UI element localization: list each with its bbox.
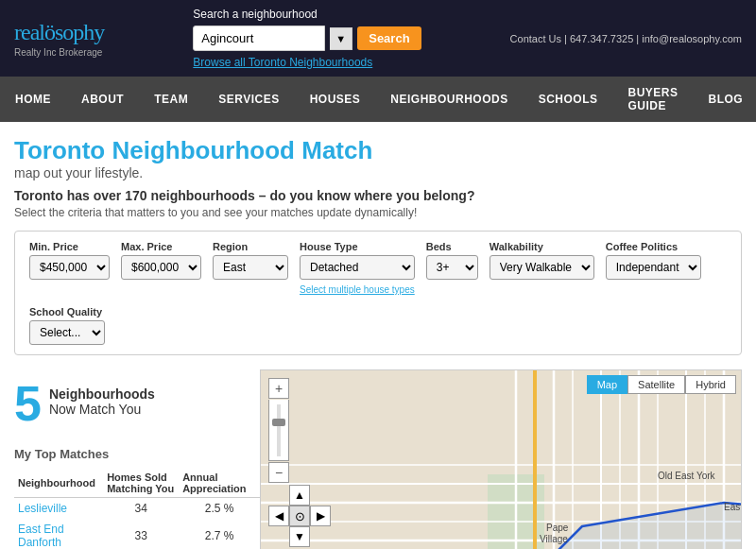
min-price-filter: Min. Price $450,000 <box>29 241 110 280</box>
region-label: Region <box>213 241 288 252</box>
pan-control: ▲ ◀ ⊙ ▶ ▼ <box>268 485 331 547</box>
zoom-thumb[interactable] <box>272 419 285 426</box>
content-area: 5 Neighbourhoods Now Match You My Top Ma… <box>14 369 742 549</box>
coffee-select[interactable]: Independant <box>606 255 701 280</box>
browse-link[interactable]: Browse all Toronto Neighbourhoods <box>193 56 372 69</box>
search-label: Search a neighbourhood <box>193 8 317 21</box>
matches-table: Neighbourhood Homes Sold Matching You An… <box>14 469 260 549</box>
nav-about[interactable]: ABOUT <box>66 83 139 115</box>
walkability-select[interactable]: Very Walkable <box>490 255 594 280</box>
filters-bar: Min. Price $450,000 Max. Price $600,000 … <box>14 231 742 355</box>
match-homes: 33 <box>103 519 179 549</box>
map-background[interactable]: 2 2 Pape Village Old East York East Danf… <box>261 370 741 549</box>
select-multiple-link[interactable]: Select multiple house types <box>300 284 415 295</box>
match-homes: 34 <box>103 498 179 520</box>
beds-select[interactable]: 3+ <box>426 255 478 280</box>
zoom-in-button[interactable]: + <box>268 378 289 399</box>
coffee-filter: Coffee Politics Independant <box>606 241 701 280</box>
left-panel: 5 Neighbourhoods Now Match You My Top Ma… <box>14 369 260 549</box>
max-price-label: Max. Price <box>121 241 201 252</box>
zoom-out-button[interactable]: − <box>268 462 289 483</box>
match-count-row: 5 Neighbourhoods Now Match You <box>14 379 260 428</box>
logo-main: real <box>14 20 44 44</box>
search-button[interactable]: Search <box>357 26 421 50</box>
map-type-map-button[interactable]: Map <box>587 375 627 394</box>
match-text-1: Neighbourhoods <box>49 386 155 402</box>
main-content: Toronto Neighbourhood Match map out your… <box>0 122 756 549</box>
nav-blog[interactable]: BLOG <box>694 83 756 115</box>
pan-up-button[interactable]: ▲ <box>289 485 310 506</box>
region-select[interactable]: East <box>213 255 288 280</box>
match-appreciation: 2.5 % <box>179 498 260 520</box>
nav-team[interactable]: TEAM <box>139 83 203 115</box>
match-text-2: Now Match You <box>49 402 155 417</box>
house-type-select[interactable]: Detached <box>300 255 415 280</box>
coffee-label: Coffee Politics <box>606 241 701 252</box>
max-price-filter: Max. Price $600,000 <box>121 241 201 280</box>
walkability-label: Walkability <box>490 241 594 252</box>
beds-filter: Beds 3+ <box>426 241 478 280</box>
search-row: ▼ Search <box>193 26 421 51</box>
col-appreciation: Annual Appreciation <box>179 469 260 498</box>
min-price-select[interactable]: $450,000 <box>29 255 110 280</box>
house-type-filter: House Type Detached Select multiple hous… <box>300 241 415 295</box>
nav-neighbourhoods[interactable]: NEIGHBOURHOODS <box>375 83 523 115</box>
match-number: 5 <box>14 379 42 428</box>
nav-services[interactable]: SERVICES <box>203 83 294 115</box>
contact-info: Contact Us | 647.347.7325 | info@realoso… <box>510 33 742 44</box>
pan-center: ⊙ <box>289 506 310 526</box>
map-type-satellite-button[interactable]: Satellite <box>627 375 685 394</box>
min-price-label: Min. Price <box>29 241 110 252</box>
match-count-box: 5 Neighbourhoods Now Match You <box>14 369 260 442</box>
svg-text:Village: Village <box>540 534 568 544</box>
nav: HOME ABOUT TEAM SERVICES HOUSES NEIGHBOU… <box>0 77 756 122</box>
beds-label: Beds <box>426 241 478 252</box>
col-homes: Homes Sold Matching You <box>103 469 179 498</box>
logo-rest: sophy <box>55 20 104 44</box>
logo-subtitle: Realty Inc Brokerage <box>14 47 104 58</box>
search-dropdown-btn[interactable]: ▼ <box>330 27 352 50</box>
max-price-select[interactable]: $600,000 <box>121 255 201 280</box>
school-label: School Quality <box>29 306 105 317</box>
school-select[interactable]: Select... <box>29 320 105 345</box>
logo-area: realösophy Realty Inc Brokerage <box>14 20 104 58</box>
svg-text:Old East York: Old East York <box>658 471 716 481</box>
logo-circle: ö <box>44 20 55 44</box>
table-row: East End Danforth 33 2.7 % <box>14 519 260 549</box>
match-name[interactable]: Leslieville <box>14 498 103 520</box>
matches-table-body: Leslieville 34 2.5 % East End Danforth 3… <box>14 498 260 550</box>
match-name[interactable]: East End Danforth <box>14 519 103 549</box>
svg-text:East Danforth: East Danforth <box>724 502 741 512</box>
map-type-buttons: Map Satellite Hybrid <box>587 375 736 394</box>
page-description-2: Select the criteria that matters to you … <box>14 206 742 219</box>
pan-down-button[interactable]: ▼ <box>289 526 310 547</box>
match-appreciation: 2.7 % <box>179 519 260 549</box>
pan-left-button[interactable]: ◀ <box>268 506 289 526</box>
page-description-1: Toronto has over 170 neighbourhoods – do… <box>14 188 742 203</box>
table-row: Leslieville 34 2.5 % <box>14 498 260 520</box>
search-area: Search a neighbourhood ▼ Search Browse a… <box>193 8 421 69</box>
zoom-slider[interactable] <box>268 400 289 461</box>
svg-text:Pape: Pape <box>546 523 569 533</box>
map-type-hybrid-button[interactable]: Hybrid <box>685 375 736 394</box>
map-area: 2 2 Pape Village Old East York East Danf… <box>260 369 742 549</box>
page-subtitle: map out your lifestyle. <box>14 165 742 180</box>
pan-right-button[interactable]: ▶ <box>310 506 331 526</box>
zoom-control: + − ▲ ◀ ⊙ ▶ <box>268 378 331 547</box>
page-title: Toronto Neighbourhood Match <box>14 136 742 165</box>
col-neighbourhood: Neighbourhood <box>14 469 103 498</box>
nav-schools[interactable]: SCHOOLS <box>524 83 613 115</box>
match-text-col: Neighbourhoods Now Match You <box>49 386 155 417</box>
header: realösophy Realty Inc Brokerage Search a… <box>0 0 756 77</box>
nav-home[interactable]: HOME <box>0 83 66 115</box>
logo: realösophy <box>14 20 104 45</box>
walkability-filter: Walkability Very Walkable <box>490 241 594 280</box>
region-filter: Region East <box>213 241 288 280</box>
school-filter: School Quality Select... <box>29 306 105 345</box>
top-matches-label: My Top Matches <box>14 447 260 461</box>
house-type-label: House Type <box>300 241 415 252</box>
search-input[interactable] <box>193 26 325 51</box>
map-svg: 2 2 Pape Village Old East York East Danf… <box>261 370 741 549</box>
nav-houses[interactable]: HOUSES <box>295 83 376 115</box>
nav-buyers-guide[interactable]: BUYERS GUIDE <box>613 77 694 122</box>
